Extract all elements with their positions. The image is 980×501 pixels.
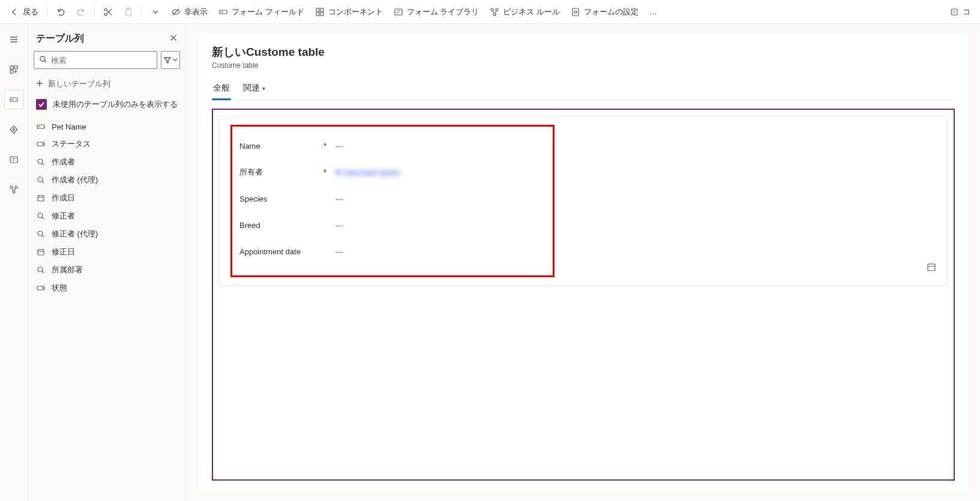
rail-hamburger[interactable] <box>4 30 23 49</box>
add-column-button[interactable]: 新しいテーブル列 <box>28 74 186 94</box>
column-item[interactable]: 作成日 <box>28 189 186 207</box>
business-rule-label: ビジネス ルール <box>503 7 560 17</box>
column-item[interactable]: Pet Name <box>28 118 186 135</box>
svg-rect-25 <box>37 125 44 128</box>
svg-point-10 <box>491 8 493 11</box>
column-item[interactable]: 作成者 (代理) <box>28 171 186 189</box>
library-icon <box>394 7 403 17</box>
undo-button[interactable] <box>51 5 70 19</box>
form-section[interactable]: Name*---所有者*R nennmee lynenSpecies---Bre… <box>219 116 948 286</box>
field-value[interactable]: --- <box>335 221 546 230</box>
column-item[interactable]: ステータス <box>28 135 186 153</box>
filter-button[interactable] <box>161 51 180 69</box>
column-label: Pet Name <box>52 122 86 131</box>
lookup-icon <box>36 265 46 275</box>
more-button[interactable]: … <box>645 5 663 19</box>
column-item[interactable]: 修正者 <box>28 207 186 225</box>
svg-point-14 <box>574 11 577 13</box>
form-field-row[interactable]: Name*--- <box>239 133 546 159</box>
svg-rect-16 <box>10 66 13 69</box>
checkbox-checked-icon[interactable] <box>36 99 47 110</box>
copilot-button[interactable]: コ <box>945 4 975 20</box>
rail-components[interactable] <box>4 60 23 79</box>
column-label: 状態 <box>52 283 67 293</box>
column-label: 修正者 <box>52 211 75 221</box>
form-field-row[interactable]: 所有者*R nennmee lynen <box>239 159 546 185</box>
svg-rect-6 <box>320 8 323 11</box>
search-input[interactable] <box>51 56 152 65</box>
component-label: コンポーネント <box>328 7 383 17</box>
svg-rect-29 <box>38 196 44 201</box>
form-field-row[interactable]: Species--- <box>239 185 546 212</box>
chevron-down-icon: ▾ <box>262 85 265 92</box>
rail-library[interactable] <box>4 150 23 169</box>
component-button[interactable]: コンポーネント <box>310 4 388 20</box>
chevron-down-icon <box>151 7 160 17</box>
panel-close-button[interactable] <box>169 34 178 44</box>
component-icon <box>315 7 325 17</box>
field-value[interactable]: --- <box>335 142 546 151</box>
svg-rect-15 <box>951 9 957 15</box>
column-item[interactable]: 状態 <box>28 279 186 297</box>
rail-tree[interactable] <box>4 120 23 139</box>
field-label: Name <box>239 142 317 151</box>
svg-rect-32 <box>38 250 44 255</box>
unused-only-label: 未使用のテーブル列のみを表示する <box>53 99 178 110</box>
settings-icon <box>571 7 580 17</box>
lookup-icon <box>36 157 46 167</box>
column-label: 所属部署 <box>52 265 83 275</box>
column-label: 修正日 <box>52 247 75 257</box>
cut-button[interactable] <box>98 5 118 19</box>
highlighted-fields: Name*---所有者*R nennmee lynenSpecies---Bre… <box>230 125 555 277</box>
column-item[interactable]: 所属部署 <box>28 261 186 279</box>
form-field-button[interactable]: フォーム フィールド <box>214 4 309 20</box>
form-field-label: フォーム フィールド <box>232 7 304 17</box>
form-settings-button[interactable]: フォームの設定 <box>566 4 643 20</box>
enum-icon <box>36 283 46 293</box>
form-library-button[interactable]: フォーム ライブラリ <box>389 4 484 20</box>
search-icon <box>39 55 47 65</box>
unused-only-row[interactable]: 未使用のテーブル列のみを表示する <box>28 94 186 117</box>
date-icon <box>36 193 46 203</box>
chevron-dropdown[interactable] <box>146 5 165 19</box>
arrow-left-icon <box>10 7 19 17</box>
back-button[interactable]: 戻る <box>5 4 43 20</box>
svg-point-0 <box>104 13 107 16</box>
text-icon <box>36 122 46 131</box>
form-selection-outline[interactable]: Name*---所有者*R nennmee lynenSpecies---Bre… <box>212 109 955 481</box>
lookup-icon <box>36 175 46 185</box>
field-value[interactable]: --- <box>335 194 546 203</box>
redo-button[interactable] <box>71 5 91 19</box>
tab-general-label: 全般 <box>213 83 230 92</box>
eye-off-icon <box>171 7 181 17</box>
column-item[interactable]: 修正者 (代理) <box>28 225 186 243</box>
rail-table-columns[interactable] <box>4 90 23 109</box>
form-field-row[interactable]: Breed--- <box>239 212 546 238</box>
form-field-icon <box>218 7 228 17</box>
svg-rect-18 <box>10 70 13 73</box>
column-item[interactable]: 作成者 <box>28 153 186 171</box>
business-rule-button[interactable]: ビジネス ルール <box>485 4 565 20</box>
tab-related[interactable]: 関連▾ <box>242 79 266 100</box>
page-subtitle: Custome table <box>212 61 955 70</box>
separator <box>47 5 47 19</box>
svg-point-24 <box>40 56 45 61</box>
column-item[interactable]: 修正日 <box>28 243 186 261</box>
add-column-label: 新しいテーブル列 <box>48 79 110 89</box>
field-value[interactable]: --- <box>335 247 546 256</box>
svg-point-31 <box>38 231 43 236</box>
paste-button[interactable] <box>119 5 138 19</box>
search-input-wrap[interactable] <box>34 51 157 69</box>
tab-related-label: 関連 <box>243 83 260 92</box>
hide-button[interactable]: 非表示 <box>166 4 212 20</box>
calendar-icon <box>927 262 936 274</box>
svg-point-21 <box>10 186 13 188</box>
rail-rules[interactable] <box>4 180 23 199</box>
lookup-icon <box>36 211 46 221</box>
field-value[interactable]: R nennmee lynen <box>335 168 546 177</box>
tab-general[interactable]: 全般 <box>212 79 231 100</box>
form-field-row[interactable]: Appointment date--- <box>239 238 546 265</box>
canvas-area: 新しいCustome table Custome table 全般 関連▾ Na… <box>187 24 980 501</box>
redo-icon <box>76 7 86 17</box>
svg-point-12 <box>493 13 496 16</box>
